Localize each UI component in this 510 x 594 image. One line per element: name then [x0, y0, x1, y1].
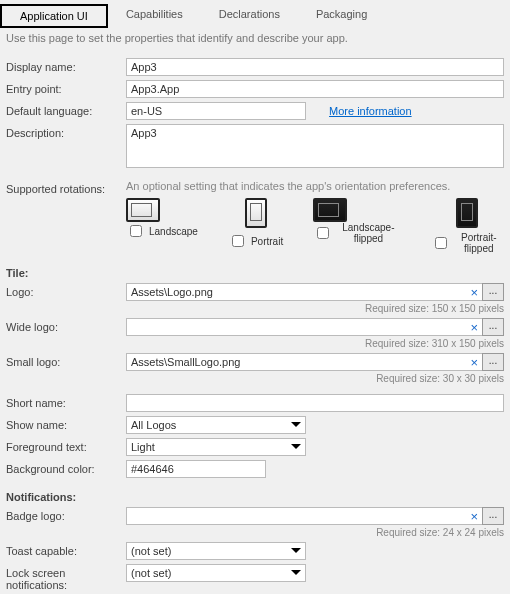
landscape-flipped-label: Landscape-flipped [336, 222, 400, 244]
wide-logo-browse-button[interactable]: ... [482, 318, 504, 336]
small-logo-required-size: Required size: 30 x 30 pixels [126, 373, 504, 384]
description-input[interactable]: App3 [126, 124, 504, 168]
portrait-icon [245, 198, 267, 228]
show-name-select[interactable] [126, 416, 306, 434]
toast-capable-select[interactable] [126, 542, 306, 560]
page-description: Use this page to set the properties that… [0, 28, 510, 54]
wide-logo-clear-icon[interactable]: × [470, 320, 478, 335]
portrait-label: Portrait [251, 236, 283, 247]
label-badge-logo: Badge logo: [6, 507, 126, 522]
logo-required-size: Required size: 150 x 150 pixels [126, 303, 504, 314]
label-default-language: Default language: [6, 102, 126, 117]
landscape-icon [126, 198, 160, 222]
logo-input[interactable] [126, 283, 484, 301]
landscape-flipped-checkbox[interactable] [317, 227, 329, 239]
more-information-link[interactable]: More information [329, 105, 412, 117]
logo-browse-button[interactable]: ... [482, 283, 504, 301]
tab-capabilities[interactable]: Capabilities [108, 4, 201, 28]
label-small-logo: Small logo: [6, 353, 126, 368]
display-name-input[interactable] [126, 58, 504, 76]
label-description: Description: [6, 124, 126, 139]
tile-section: Tile: [6, 264, 126, 279]
small-logo-clear-icon[interactable]: × [470, 355, 478, 370]
label-entry-point: Entry point: [6, 80, 126, 95]
badge-logo-required-size: Required size: 24 x 24 pixels [126, 527, 504, 538]
label-display-name: Display name: [6, 58, 126, 73]
wide-logo-required-size: Required size: 310 x 150 pixels [126, 338, 504, 349]
portrait-flipped-label: Portrait-flipped [454, 232, 504, 254]
tab-packaging[interactable]: Packaging [298, 4, 385, 28]
label-show-name: Show name: [6, 416, 126, 431]
label-logo: Logo: [6, 283, 126, 298]
label-lock-screen: Lock screen notifications: [6, 564, 126, 591]
background-color-input[interactable] [126, 460, 266, 478]
rotations-hint: An optional setting that indicates the a… [126, 180, 504, 192]
default-language-input[interactable] [126, 102, 306, 120]
tab-bar: Application UI Capabilities Declarations… [0, 0, 510, 28]
portrait-checkbox[interactable] [232, 235, 244, 247]
foreground-text-select[interactable] [126, 438, 306, 456]
label-supported-rotations: Supported rotations: [6, 180, 126, 195]
badge-logo-input[interactable] [126, 507, 484, 525]
small-logo-browse-button[interactable]: ... [482, 353, 504, 371]
label-toast-capable: Toast capable: [6, 542, 126, 557]
badge-logo-browse-button[interactable]: ... [482, 507, 504, 525]
landscape-checkbox[interactable] [130, 225, 142, 237]
tab-application-ui[interactable]: Application UI [0, 4, 108, 28]
label-wide-logo: Wide logo: [6, 318, 126, 333]
portrait-flipped-icon [456, 198, 478, 228]
entry-point-input[interactable] [126, 80, 504, 98]
wide-logo-input[interactable] [126, 318, 484, 336]
landscape-flipped-icon [313, 198, 347, 222]
portrait-flipped-checkbox[interactable] [435, 237, 447, 249]
short-name-input[interactable] [126, 394, 504, 412]
notifications-section: Notifications: [6, 488, 126, 503]
small-logo-input[interactable] [126, 353, 484, 371]
label-short-name: Short name: [6, 394, 126, 409]
label-background-color: Background color: [6, 460, 126, 475]
badge-logo-clear-icon[interactable]: × [470, 509, 478, 524]
lock-screen-select[interactable] [126, 564, 306, 582]
landscape-label: Landscape [149, 226, 198, 237]
logo-clear-icon[interactable]: × [470, 285, 478, 300]
tab-declarations[interactable]: Declarations [201, 4, 298, 28]
label-foreground-text: Foreground text: [6, 438, 126, 453]
